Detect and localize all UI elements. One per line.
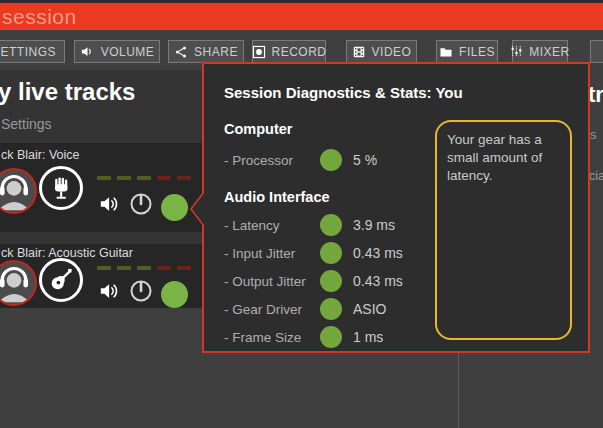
- stat-value: 3.9 ms: [353, 217, 395, 233]
- status-dot: [320, 149, 342, 171]
- share-button[interactable]: SHARE: [168, 40, 244, 63]
- stat-value: 5 %: [353, 152, 377, 168]
- video-button-label: VIDEO: [372, 45, 412, 59]
- stat-row-latency: - Latency 3.9 ms: [224, 213, 434, 237]
- popup-title: Session Diagnostics & Stats: You: [224, 84, 463, 101]
- level-meter: [97, 176, 191, 180]
- stat-label: - Gear Driver: [224, 302, 320, 317]
- status-dot: [320, 242, 342, 264]
- latency-note-text: Your gear has a small amount of latency.: [447, 132, 542, 183]
- stat-value: 0.43 ms: [353, 245, 403, 261]
- record-button[interactable]: RECORD: [252, 40, 326, 63]
- volume-button[interactable]: VOLUME: [74, 40, 160, 63]
- gauge-icon[interactable]: [129, 279, 153, 303]
- share-icon: [174, 45, 188, 59]
- microphone-hand-icon: [48, 175, 74, 201]
- stat-value: ASIO: [353, 301, 386, 317]
- session-title: session: [2, 5, 77, 29]
- stat-row-output-jitter: - Output Jitter 0.43 ms: [224, 269, 434, 293]
- share-button-label: SHARE: [194, 45, 238, 59]
- latency-note-callout: Your gear has a small amount of latency.: [435, 120, 572, 340]
- level-meter: [97, 266, 191, 270]
- stat-row-input-jitter: - Input Jitter 0.43 ms: [224, 241, 434, 265]
- column-divider: [458, 353, 459, 428]
- status-dot: [320, 214, 342, 236]
- stat-row-processor: - Processor 5 %: [224, 148, 434, 172]
- popup-pointer-arrow: [190, 191, 204, 227]
- avatar[interactable]: [0, 168, 37, 214]
- tracks-panel-heading: y live tracks: [0, 78, 135, 106]
- section-heading-computer: Computer: [224, 121, 292, 137]
- instrument-badge[interactable]: [39, 258, 83, 302]
- speaker-icon: [80, 44, 95, 59]
- video-button[interactable]: VIDEO: [346, 40, 417, 63]
- section-heading-audio-interface: Audio Interface: [224, 189, 330, 205]
- record-button-label: RECORD: [272, 45, 327, 59]
- stat-label: - Input Jitter: [224, 246, 320, 261]
- speaker-icon[interactable]: [99, 193, 121, 215]
- status-dot: [320, 270, 342, 292]
- header-bar: session: [0, 3, 603, 30]
- stat-row-frame-size: - Frame Size 1 ms: [224, 325, 434, 349]
- mixer-button[interactable]: MIXER: [512, 40, 568, 63]
- stat-row-gear-driver: - Gear Driver ASIO: [224, 297, 434, 321]
- extra-toolbar-button[interactable]: [590, 40, 603, 63]
- instrument-badge[interactable]: [39, 166, 83, 210]
- files-button-label: FILES: [459, 45, 495, 59]
- right-column-text-fragment: cia: [589, 169, 603, 183]
- stat-label: - Output Jitter: [224, 274, 320, 289]
- live-tracks-panel: y live tracks Settings ck Blair: Voice: [0, 70, 202, 308]
- film-icon: [352, 45, 366, 59]
- volume-button-label: VOLUME: [101, 45, 155, 59]
- stat-label: - Latency: [224, 218, 320, 233]
- track-label: ck Blair: Voice: [1, 148, 80, 162]
- avatar[interactable]: [0, 260, 37, 306]
- status-dot[interactable]: [161, 194, 188, 221]
- record-icon: [252, 45, 266, 59]
- status-dot: [320, 326, 342, 348]
- status-dot[interactable]: [161, 281, 188, 308]
- person-headphones-icon: [0, 262, 35, 304]
- settings-button[interactable]: SETTINGS: [0, 40, 65, 63]
- stat-value: 1 ms: [353, 329, 383, 345]
- speaker-icon[interactable]: [99, 280, 121, 302]
- session-diagnostics-popup: Session Diagnostics & Stats: You Compute…: [202, 62, 590, 353]
- track-row-voice[interactable]: ck Blair: Voice: [0, 143, 202, 232]
- settings-button-label: SETTINGS: [0, 45, 56, 59]
- stat-label: - Frame Size: [224, 330, 320, 345]
- stat-value: 0.43 ms: [353, 273, 403, 289]
- stat-label: - Processor: [224, 153, 320, 168]
- status-dot: [320, 298, 342, 320]
- right-column-heading-fragment: tra: [588, 82, 603, 108]
- mixer-icon: [510, 45, 523, 58]
- track-row-guitar[interactable]: ck Blair: Acoustic Guitar: [0, 244, 202, 308]
- guitar-icon: [48, 267, 74, 293]
- mixer-button-label: MIXER: [529, 45, 570, 59]
- gauge-icon[interactable]: [129, 192, 153, 216]
- files-button[interactable]: FILES: [436, 40, 498, 63]
- tracks-settings-link[interactable]: Settings: [1, 116, 52, 132]
- folder-icon: [439, 45, 453, 59]
- right-column-sub-fragment: s: [590, 127, 597, 142]
- person-headphones-icon: [0, 170, 35, 212]
